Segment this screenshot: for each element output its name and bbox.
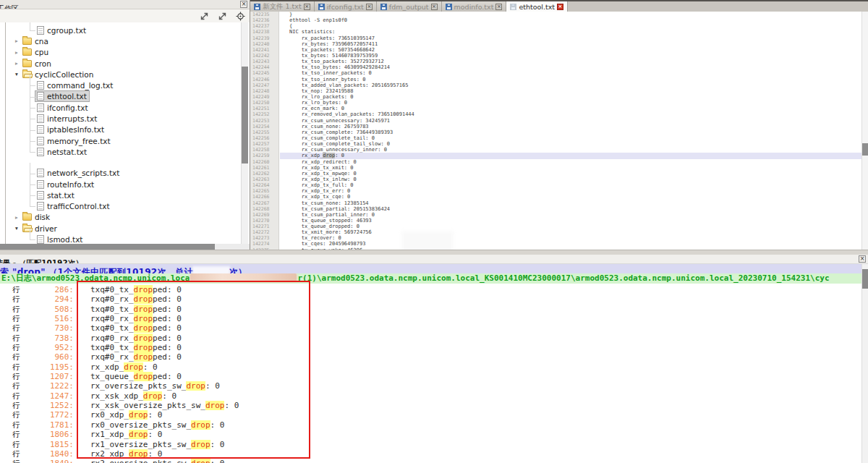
line-number: 142269 [250, 212, 278, 218]
code-line: rx_packets: 736510395147 [280, 35, 861, 41]
scrollbar-thumb[interactable] [242, 67, 248, 163]
tree-item-cpu[interactable]: ▸cpu [6, 47, 241, 58]
code-area[interactable]: }ethtool -S enp1s0f0{NIC statistics: rx_… [280, 12, 861, 250]
expand-all-icon[interactable] [200, 12, 209, 21]
tab-modinfo-txt[interactable]: modinfo.txt× [442, 1, 507, 12]
chevron-down-icon[interactable]: ▾ [13, 71, 20, 77]
workspace-toolbar [0, 9, 250, 22]
tab-close-icon[interactable]: × [431, 4, 438, 10]
tree-item-netstat-txt[interactable]: netstat.txt [6, 146, 241, 157]
code-line: tx_csum_none: 12385154 [280, 200, 861, 206]
workspace-panel-title: 工作区 [0, 4, 19, 9]
line-number: 142255 [250, 129, 278, 135]
tree-item-routeinfo-txt[interactable]: routeInfo.txt [6, 179, 241, 190]
code-line: tx_csum_partial: 205153836424 [280, 206, 861, 212]
tree-horizontal-scrollbar[interactable] [0, 244, 250, 250]
tree-item-memory_free-txt[interactable]: memory_free.txt [6, 135, 241, 146]
tree-item-label: trafficControl.txt [47, 202, 110, 211]
scrollbar-thumb[interactable] [862, 143, 868, 156]
tree-item-command_log-txt[interactable]: command_log.txt [6, 80, 241, 90]
line-number: 142249 [250, 94, 278, 100]
chevron-down-icon[interactable]: ▾ [13, 225, 20, 232]
tree-item-cron[interactable]: ▸cron [6, 58, 241, 69]
chevron-right-icon[interactable]: ▸ [13, 60, 20, 67]
code-line: rx_lro_bytes: 0 [280, 100, 861, 106]
tree-item-driver[interactable]: ▾driver [6, 223, 241, 234]
tree-item-stat-txt[interactable]: stat.txt [6, 190, 241, 200]
locate-file-icon[interactable] [236, 12, 245, 21]
workspace-close-icon[interactable]: × [240, 1, 247, 8]
code-line: rx_csum_complete_tail: 0 [280, 135, 861, 141]
line-number: 142239 [250, 35, 278, 41]
line-number: 142240 [250, 41, 278, 47]
tree-item-label: lsmod.txt [47, 235, 83, 244]
tree-item-interrupts-txt[interactable]: interrupts.txt [6, 113, 241, 124]
file-icon [37, 191, 44, 200]
tree-item-cycliccollection[interactable]: ▾cyclicCollection [6, 69, 241, 80]
results-close-icon[interactable]: × [859, 255, 866, 263]
tree-item-ethtool-txt[interactable]: ethtool.txt [6, 91, 241, 102]
code-line: rx_ecn_mark: 0 [280, 106, 861, 111]
line-number: 142253 [250, 118, 278, 124]
tree-item-content: interrupts.txt [35, 113, 100, 124]
code-line: tx_tso_inner_packets: 0 [280, 70, 861, 76]
results-vertical-scrollbar[interactable] [861, 264, 868, 463]
editor-body[interactable]: 1422351422361422371422381422391422401422… [250, 12, 868, 250]
tree-item-ifconfig-txt[interactable]: ifconfig.txt [6, 102, 241, 113]
tab-close-icon[interactable]: × [366, 4, 373, 10]
code-line: } [280, 12, 861, 17]
tab--1-txt[interactable]: 新文件 1.txt× [250, 1, 315, 12]
chevron-right-icon[interactable]: ▸ [13, 49, 20, 56]
tree-item-content: lsmod.txt [35, 234, 86, 244]
file-icon [37, 148, 44, 156]
save-floppy-icon [318, 4, 325, 10]
scrollbar-thumb[interactable] [0, 244, 215, 250]
tree-item-content: command_log.txt [35, 80, 116, 91]
tab-close-icon[interactable]: × [304, 4, 310, 10]
tab-close-icon[interactable]: × [557, 4, 563, 10]
tab-label: fdm_output [389, 3, 429, 11]
line-number: 142237 [250, 23, 278, 29]
search-match-highlight: drop [191, 459, 210, 463]
tree-item-lsmod-txt[interactable]: lsmod.txt [6, 234, 241, 244]
code-line: ethtool -S enp1s0f0 [280, 17, 861, 23]
line-number: 142254 [250, 124, 278, 129]
file-icon [37, 92, 44, 101]
workspace-panel: 工作区 × cgroup.txt▸cna▸cpu▸cron▾cyclicColl… [0, 0, 250, 250]
redaction-patch [195, 268, 228, 273]
row-line-label: 行 [12, 459, 22, 463]
tab-close-icon[interactable]: × [495, 4, 502, 10]
line-number: 142247 [250, 82, 278, 88]
editor-vertical-scrollbar[interactable] [861, 12, 868, 250]
line-number: 142273 [250, 235, 278, 241]
tree-item-content: iptablesInfo.txt [35, 124, 107, 135]
folder-icon [22, 38, 32, 45]
tree-item-trafficcontrol-txt[interactable]: trafficControl.txt [6, 200, 241, 211]
scrollbar-thumb[interactable] [862, 269, 868, 289]
tree-item-cna[interactable]: ▸cna [6, 35, 241, 46]
panel-splitter[interactable] [0, 250, 868, 255]
collapse-all-icon[interactable] [218, 12, 227, 21]
chevron-right-icon[interactable]: ▸ [13, 38, 20, 44]
line-number: 142263 [250, 177, 278, 182]
code-line: tx_packets: 507354668642 [280, 47, 861, 53]
line-number: 142242 [250, 53, 278, 59]
results-title: 结果 - （匹配10192次） [0, 258, 83, 264]
tab-ifconfig-txt[interactable]: ifconfig.txt× [315, 1, 377, 12]
tree-item-content: cron [20, 58, 54, 69]
line-number: 142257 [250, 141, 278, 147]
tree-vertical-scrollbar[interactable] [241, 22, 248, 244]
tab-fdm_output[interactable]: fdm_output× [377, 1, 442, 12]
tree-item-content: disk [20, 211, 53, 223]
tab-ethtool-txt[interactable]: ethtool.txt× [506, 1, 568, 12]
tree-item-network_scripts-txt[interactable]: network_scripts.txt [6, 168, 241, 179]
code-line-current: rx_xdp_drop: 0 [280, 153, 861, 158]
tree-item-content: stat.txt [35, 190, 77, 201]
code-line: rx_xdp_tx_err: 0 [280, 188, 861, 194]
tree-item-iptablesinfo-txt[interactable]: iptablesInfo.txt [6, 124, 241, 135]
tree-item-cgroup-txt[interactable]: cgroup.txt [6, 25, 241, 35]
tree-item-content: cpu [20, 46, 51, 58]
tree-item-label: interrupts.txt [47, 114, 97, 123]
tree-item-disk[interactable]: ▸disk [6, 212, 241, 223]
chevron-right-icon[interactable]: ▸ [13, 214, 20, 221]
